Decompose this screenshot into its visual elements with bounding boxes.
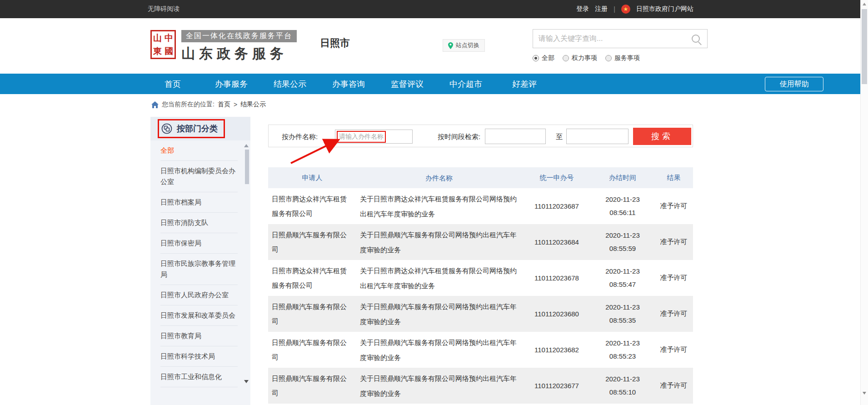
radio-icon[interactable] — [563, 55, 569, 61]
results-table: 申请人办件名称统一申办号办结时间结果 日照市腾达众祥汽车租赁服务有限公司关于日照… — [268, 167, 693, 404]
finish-date: 2020-11-23 — [591, 229, 654, 242]
scope-radio-1[interactable]: 权力事项 — [563, 54, 597, 62]
radio-label: 服务事项 — [614, 54, 640, 62]
finish-clock: 08:55:35 — [591, 314, 654, 327]
nav-item-6[interactable]: 好差评 — [502, 79, 547, 90]
scope-radio-2[interactable]: 服务事项 — [605, 54, 640, 62]
filter-bar: 按办件名称: 请输入办件名称 按时间段检索: 至 搜索 — [268, 125, 693, 147]
nav-items: 首页办事服务结果公示办事咨询监督评议中介超市好差评 — [150, 79, 560, 90]
sidebar-item-1[interactable]: 日照市机构编制委员会办公室 — [160, 161, 238, 192]
breadcrumb-home-link[interactable]: 首页 — [218, 100, 230, 109]
date-to-input[interactable] — [566, 129, 629, 144]
item-name-input[interactable]: 请输入办件名称 — [335, 130, 413, 144]
cell-title: 关于日照市腾达众祥汽车租赁服务有限公司网络预约出租汽车年度审验的业务 — [359, 263, 523, 293]
sidebar-item-10[interactable]: 日照市工业和信息化 — [160, 367, 238, 387]
cell-finish-time: 2020-11-2308:55:10 — [591, 373, 654, 399]
table-row[interactable]: 日照鼎顺汽车服务有限公司关于日照鼎顺汽车服务有限公司网络预约出租汽车年度审验的业… — [268, 296, 693, 332]
department-sidebar: 按部门分类 全部日照市机构编制委员会办公室日照市档案局日照市消防支队日照市保密局… — [150, 117, 250, 405]
finish-date: 2020-11-23 — [591, 301, 654, 314]
finish-date: 2020-11-23 — [591, 373, 654, 386]
column-header-0: 申请人 — [268, 170, 359, 185]
nav-item-3[interactable]: 办事咨询 — [326, 79, 371, 90]
topbar-right: 登录 注册 | ★ 日照市政府门户网站 — [576, 5, 693, 14]
search-icon[interactable] — [692, 35, 700, 43]
cell-title: 关于日照市腾达众祥汽车租赁服务有限公司网络预约出租汽车年度审验的业务 — [359, 191, 523, 221]
date-from-input[interactable] — [485, 129, 546, 144]
cell-finish-time: 2020-11-2308:55:47 — [591, 265, 654, 291]
cell-title: 关于日照鼎顺汽车服务有限公司网络预约出租汽车年度审验的业务 — [359, 227, 523, 257]
platform-banner: 全国一体化在线政务服务平台 — [181, 30, 297, 42]
nav-item-2[interactable]: 结果公示 — [267, 79, 313, 90]
finish-date: 2020-11-23 — [591, 337, 654, 350]
department-category-icon — [161, 123, 172, 134]
search-button[interactable]: 搜索 — [633, 128, 691, 145]
register-link[interactable]: 注册 — [595, 5, 608, 13]
login-link[interactable]: 登录 — [576, 5, 589, 13]
sidebar-item-2[interactable]: 日照市档案局 — [160, 192, 238, 213]
cell-result: 准予许可 — [654, 381, 693, 390]
sidebar-scroll-down-icon[interactable] — [244, 380, 249, 383]
sidebar-scrollbar-thumb[interactable] — [245, 150, 249, 184]
site-logo[interactable]: 山 中 東 國 全国一体化在线政务服务平台 山东政务服务 — [150, 30, 297, 63]
accessibility-link[interactable]: 无障碍阅读 — [148, 5, 180, 13]
sidebar-item-6[interactable]: 日照市人民政府办公室 — [160, 285, 238, 305]
table-row[interactable]: 日照鼎顺汽车服务有限公司关于日照鼎顺汽车服务有限公司网络预约出租汽车年度审验的业… — [268, 332, 693, 368]
table-row[interactable]: 日照鼎顺汽车服务有限公司关于日照鼎顺汽车服务有限公司网络预约出租汽车年度审验的业… — [268, 368, 693, 404]
table-row[interactable]: 日照鼎顺汽车服务有限公司关于日照鼎顺汽车服务有限公司网络预约出租汽车年度审验的业… — [268, 224, 693, 260]
scroll-down-icon[interactable] — [863, 392, 866, 395]
nav-item-1[interactable]: 办事服务 — [209, 79, 254, 90]
portal-link[interactable]: 日照市政府门户网站 — [636, 5, 693, 13]
cell-applicant: 日照鼎顺汽车服务有限公司 — [268, 300, 359, 328]
scroll-up-icon[interactable] — [863, 3, 866, 5]
seal-logo-icon: 山 中 東 國 — [150, 30, 176, 59]
table-row[interactable]: 日照市腾达众祥汽车租赁服务有限公司关于日照市腾达众祥汽车租赁服务有限公司网络预约… — [268, 188, 693, 224]
cell-result: 准予许可 — [654, 274, 693, 282]
sidebar-item-7[interactable]: 日照市发展和改革委员会 — [160, 305, 238, 326]
help-button[interactable]: 使用帮助 — [765, 77, 823, 91]
page-scrollbar[interactable] — [860, 0, 868, 405]
cell-applicant: 日照市腾达众祥汽车租赁服务有限公司 — [268, 264, 359, 292]
sidebar-item-4[interactable]: 日照市保密局 — [160, 233, 238, 254]
cell-number: 110112023678 — [523, 274, 591, 282]
home-icon — [151, 101, 159, 108]
table-header-row: 申请人办件名称统一申办号办结时间结果 — [268, 167, 693, 188]
sidebar-header: 按部门分类 — [150, 117, 250, 140]
content: 按部门分类 全部日照市机构编制委员会办公室日照市档案局日照市消防支队日照市保密局… — [0, 115, 868, 405]
nav-item-4[interactable]: 监督评议 — [384, 79, 430, 90]
sidebar-item-3[interactable]: 日照市消防支队 — [160, 213, 238, 233]
sidebar-item-8[interactable]: 日照市教育局 — [160, 326, 238, 346]
radio-selected-icon[interactable] — [533, 55, 539, 61]
cell-number: 110112023682 — [523, 346, 591, 354]
cell-title: 关于日照鼎顺汽车服务有限公司网络预约出租汽车年度审验的业务 — [359, 335, 523, 365]
time-filter-label: 按时间段检索: — [438, 133, 480, 141]
cell-number: 110112023684 — [523, 238, 591, 246]
cell-result: 准予许可 — [654, 345, 693, 354]
column-header-3: 办结时间 — [591, 171, 654, 185]
search-panel: 请输入关键字查询... 全部权力事项服务事项 — [533, 29, 708, 62]
finish-clock: 08:56:11 — [591, 206, 654, 220]
sidebar-item-0[interactable]: 全部 — [160, 140, 238, 161]
radio-icon[interactable] — [605, 55, 612, 61]
finish-clock: 08:55:59 — [591, 242, 654, 255]
sidebar-item-5[interactable]: 日照市民族宗教事务管理局 — [160, 254, 238, 285]
table-row[interactable]: 日照市腾达众祥汽车租赁服务有限公司关于日照市腾达众祥汽车租赁服务有限公司网络预约… — [268, 260, 693, 296]
cell-title: 关于日照鼎顺汽车服务有限公司网络预约出租汽车年度审验的业务 — [359, 299, 523, 329]
seal-char: 山 — [153, 32, 162, 44]
national-emblem-icon: ★ — [621, 5, 630, 14]
sidebar-scroll-up-icon[interactable] — [244, 144, 249, 147]
radio-label: 全部 — [542, 54, 554, 62]
cell-finish-time: 2020-11-2308:55:35 — [591, 301, 654, 327]
nav-item-0[interactable]: 首页 — [150, 79, 195, 90]
scope-radio-0[interactable]: 全部 — [533, 54, 554, 62]
scrollbar-thumb[interactable] — [862, 9, 867, 84]
nav-item-5[interactable]: 中介超市 — [443, 79, 489, 90]
table-body: 日照市腾达众祥汽车租赁服务有限公司关于日照市腾达众祥汽车租赁服务有限公司网络预约… — [268, 188, 693, 404]
finish-clock: 08:55:23 — [591, 350, 654, 363]
finish-date: 2020-11-23 — [591, 193, 654, 206]
sidebar-item-9[interactable]: 日照市科学技术局 — [160, 346, 238, 367]
keyword-search-input[interactable]: 请输入关键字查询... — [533, 29, 708, 48]
search-scope-radios: 全部权力事项服务事项 — [533, 54, 708, 62]
site-switch-button[interactable]: 站点切换 — [443, 39, 485, 52]
department-list: 全部日照市机构编制委员会办公室日照市档案局日照市消防支队日照市保密局日照市民族宗… — [150, 140, 250, 405]
column-header-2: 统一申办号 — [523, 174, 591, 182]
